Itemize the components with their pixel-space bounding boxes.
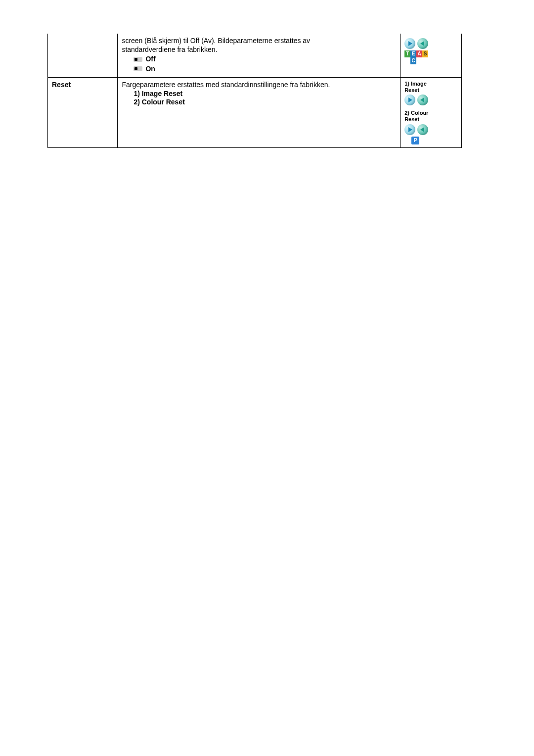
arrow-left-icon <box>417 124 428 135</box>
settings-table: screen (Blå skjerm) til Off (Av). Bildep… <box>47 34 462 148</box>
row2-item2: 2) Colour Reset <box>122 98 396 107</box>
row2-side-label2a: 2) Colour <box>404 110 457 116</box>
row1-desc-line2: standardverdiene fra fabrikken. <box>122 46 396 54</box>
row2-label: Reset <box>52 81 71 89</box>
arrow-left-icon <box>417 94 428 105</box>
row2-nav-icons-2 <box>404 124 457 135</box>
row1-option-on-label: On <box>145 65 155 74</box>
tile-C: C <box>410 57 416 64</box>
remote-icon <box>134 57 142 62</box>
tile-E: E <box>410 50 416 57</box>
row2-item1: 1) Image Reset <box>122 90 396 98</box>
row1-option-off: Off <box>134 55 396 64</box>
arrow-right-icon <box>404 124 415 135</box>
tile-T: T <box>404 50 410 57</box>
remote-icon <box>134 66 142 71</box>
row2-description-cell: Fargeparametere erstattes med standardin… <box>118 78 400 148</box>
tile-A: A <box>416 50 422 57</box>
row1-desc-line1: screen (Blå skjerm) til Off (Av). Bildep… <box>122 37 396 46</box>
row1-icons-cell: T E A S C <box>400 34 462 78</box>
row2-side-label1b: Reset <box>404 87 457 94</box>
arrow-right-icon <box>404 38 415 49</box>
row2-label-cell: Reset <box>48 78 118 148</box>
row1-label-cell <box>48 34 118 78</box>
row2-icons-cell: 1) Image Reset 2) Colour Reset P <box>400 78 462 148</box>
arrow-right-icon <box>404 94 415 105</box>
tile-S: S <box>422 50 428 57</box>
row2-side-label2b: Reset <box>404 116 457 123</box>
row1-description-cell: screen (Blå skjerm) til Off (Av). Bildep… <box>118 34 400 78</box>
teas-grid-icon: T E A S C <box>404 50 428 64</box>
row1-option-on: On <box>134 65 396 74</box>
arrow-left-icon <box>417 38 428 49</box>
p-tile-icon: P <box>411 137 419 144</box>
row1-nav-icons <box>404 38 457 49</box>
row1-option-off-label: Off <box>145 55 155 64</box>
row2-desc-intro: Fargeparametere erstattes med standardin… <box>122 81 396 90</box>
row2-side-label1a: 1) Image <box>404 81 457 87</box>
row2-nav-icons-1 <box>404 94 457 105</box>
